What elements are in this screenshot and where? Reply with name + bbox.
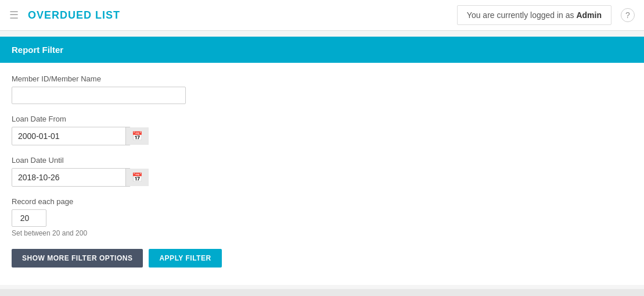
calendar-icon: 📅: [132, 131, 143, 141]
report-filter-label: Report Filter: [12, 45, 63, 55]
loan-date-from-calendar-button[interactable]: 📅: [125, 127, 149, 145]
loan-date-until-calendar-button[interactable]: 📅: [125, 169, 149, 186]
loan-date-from-input[interactable]: [12, 128, 125, 144]
loan-date-until-input[interactable]: [12, 169, 125, 186]
apply-filter-button[interactable]: APPLY FILTER: [149, 249, 221, 268]
record-each-page-label: Record each page: [12, 197, 632, 206]
username: Admin: [576, 10, 602, 20]
loan-date-from-wrapper: 📅: [12, 127, 131, 145]
loan-date-until-wrapper: 📅: [12, 168, 131, 187]
menu-icon[interactable]: ☰: [9, 9, 19, 22]
header: ☰ OVERDUED LIST You are currently logged…: [0, 0, 644, 31]
member-id-input[interactable]: [12, 87, 186, 104]
member-id-label: Member ID/Member Name: [12, 74, 632, 83]
calendar-icon: 📅: [132, 172, 143, 183]
user-info-text: You are currently logged in as: [467, 10, 574, 20]
loan-date-until-label: Loan Date Until: [12, 156, 632, 165]
record-each-page-input[interactable]: [12, 209, 46, 227]
loan-date-from-group: Loan Date From 📅: [12, 115, 632, 145]
record-each-page-group: Record each page Set between 20 and 200: [12, 197, 632, 237]
user-info: You are currently logged in as Admin: [457, 5, 611, 25]
show-more-filter-options-button[interactable]: SHOW MORE FILTER OPTIONS: [12, 249, 143, 268]
button-row: SHOW MORE FILTER OPTIONS APPLY FILTER: [12, 249, 632, 268]
member-id-group: Member ID/Member Name: [12, 74, 632, 104]
loan-date-from-label: Loan Date From: [12, 115, 632, 123]
page-title: OVERDUED LIST: [28, 9, 457, 22]
report-filter-banner: Report Filter: [0, 37, 644, 63]
loan-date-until-group: Loan Date Until 📅: [12, 156, 632, 187]
main-content: Member ID/Member Name Loan Date From 📅 L…: [0, 63, 644, 285]
help-icon[interactable]: ?: [621, 8, 635, 22]
record-hint-text: Set between 20 and 200: [12, 229, 632, 237]
